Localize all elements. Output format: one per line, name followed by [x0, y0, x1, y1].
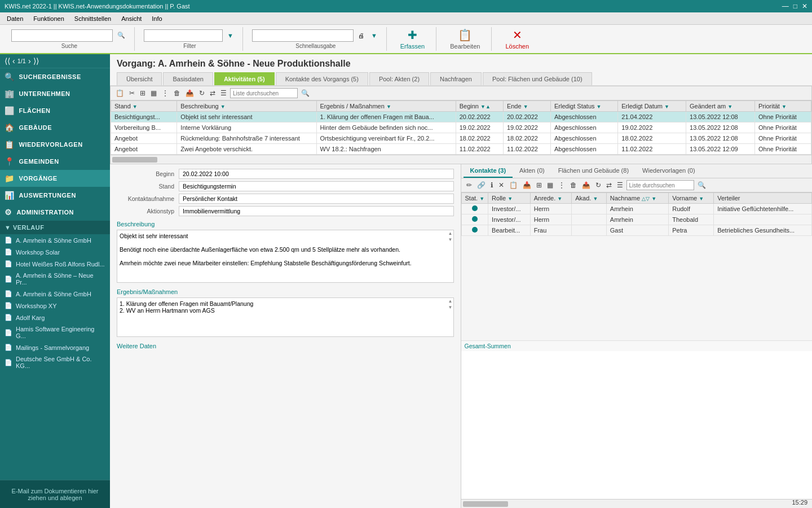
nav-last-button[interactable]: ⟩⟩	[33, 56, 39, 65]
col-akad[interactable]: Akad. ▼	[572, 193, 607, 204]
tab-pool-akten[interactable]: Pool: Akten (2)	[369, 72, 429, 85]
activities-search-input[interactable]	[230, 88, 298, 98]
tb-refresh-icon[interactable]: ↻	[197, 89, 206, 98]
activity-row-3[interactable]: Angebot Rückmeldung: Bahnhofstraße 7 int…	[111, 133, 811, 144]
col-geandert[interactable]: Geändert am ▼	[686, 101, 755, 112]
nav-next-button[interactable]: ›	[28, 56, 31, 65]
minimize-button[interactable]: —	[782, 2, 789, 10]
ct-export-icon[interactable]: 📤	[580, 181, 592, 190]
col-nachname[interactable]: Nachname △▽ ▼	[606, 193, 668, 204]
maximize-button[interactable]: □	[793, 2, 797, 10]
tb-grid-icon[interactable]: ⊞	[138, 89, 147, 98]
verlauf-item-7[interactable]: 📄 Adolf Karg	[0, 312, 110, 323]
quick-dropdown-button[interactable]: ▼	[369, 31, 379, 40]
tb-export-icon[interactable]: 📤	[184, 89, 196, 98]
col-verteiler[interactable]: Verteiler	[714, 193, 812, 204]
contact-row-3[interactable]: Bearbeit... Frau Gast Petra Betriebliche…	[461, 225, 812, 236]
activities-table-scroll[interactable]: Stand ▼ Beschreibung ▼ Ergebnis / Maßnah…	[111, 100, 811, 155]
col-erledigt-datum[interactable]: Erledigt Datum ▼	[618, 101, 686, 112]
tab-aktivitaten[interactable]: Aktivitäten (5)	[214, 72, 275, 85]
rtab-flachen[interactable]: Flächen und Gebäude (8)	[551, 164, 636, 178]
sidebar-item-flachen[interactable]: ⬜ FLÄCHEN	[0, 102, 110, 119]
contact-row-1[interactable]: Investor/... Herrn Amrhein Rudolf Initia…	[461, 204, 812, 214]
contacts-scrollbar[interactable]	[461, 499, 813, 508]
search-input[interactable]	[11, 29, 113, 42]
col-ergebnis[interactable]: Ergebnis / Maßnahmen ▼	[316, 101, 456, 112]
menu-daten[interactable]: Daten	[2, 14, 28, 23]
rtab-kontakte[interactable]: Kontakte (3)	[464, 164, 513, 178]
col-ende[interactable]: Ende ▼	[503, 101, 550, 112]
sidebar-item-auswertungen[interactable]: 📊 AUSWERTUNGEN	[0, 187, 110, 204]
sidebar-item-unternehmen[interactable]: 🏢 UNTERNEHMEN	[0, 85, 110, 102]
sidebar-item-wiedervorlagen[interactable]: 📋 WIEDERVORLAGEN	[0, 136, 110, 153]
ct-copy-icon[interactable]: 📋	[508, 181, 519, 190]
verlauf-header[interactable]: ▼ VERLAUF	[0, 221, 110, 234]
ct-info-icon[interactable]: ℹ	[489, 181, 495, 190]
sidebar-item-gebaude[interactable]: 🏠 GEBÄUDE	[0, 119, 110, 136]
tb-menu-icon[interactable]: ☰	[219, 89, 228, 98]
verlauf-item-1[interactable]: 📄 A. Amrhein & Söhne GmbH	[0, 234, 110, 246]
ct-menu-icon[interactable]: ☰	[615, 181, 625, 190]
ergebnis-textarea[interactable]: 1. Klärung der offenen Fragen mit Bauamt…	[117, 297, 454, 337]
verlauf-item-8[interactable]: 📄 Hamis Software Engineering G...	[0, 323, 110, 341]
verlauf-item-10[interactable]: 📄 Deutsche See GmbH & Co. KG...	[0, 353, 110, 371]
sidebar-item-gemeinden[interactable]: 📍 GEMEINDEN	[0, 153, 110, 170]
tb-sync-icon[interactable]: ⇄	[208, 89, 217, 98]
col-stat[interactable]: Stat. ▼	[461, 193, 488, 204]
nav-prev-button[interactable]: ‹	[12, 56, 15, 65]
tab-ubersicht[interactable]: Übersicht	[117, 72, 162, 85]
menu-ansicht[interactable]: Ansicht	[117, 14, 146, 23]
menu-funktionen[interactable]: Funktionen	[29, 14, 68, 23]
tab-pool-flachen[interactable]: Pool: Flächen und Gebäude (10)	[483, 72, 592, 85]
rtab-akten[interactable]: Akten (0)	[513, 164, 551, 178]
col-vorname[interactable]: Vorname ▼	[669, 193, 714, 204]
verlauf-item-9[interactable]: 📄 Mailings - Sammelvorgang	[0, 341, 110, 353]
menu-schnittstellen[interactable]: Schnittstellen	[70, 14, 116, 23]
col-prioritat[interactable]: Priorität ▼	[754, 101, 811, 112]
col-stand[interactable]: Stand ▼	[111, 101, 177, 112]
tb-cut-icon[interactable]: ✂	[127, 89, 136, 98]
contacts-search-input[interactable]	[626, 180, 694, 190]
menu-info[interactable]: Info	[147, 14, 166, 23]
ct-edit-icon[interactable]: ✏	[465, 181, 474, 190]
email-drop-zone[interactable]: E-Mail zum Dokumentieren hier ziehen und…	[0, 480, 110, 508]
tab-basisdaten[interactable]: Basisdaten	[163, 72, 213, 85]
sidebar-item-suchergebnisse[interactable]: 🔍 SUCHERGEBNISSE	[0, 68, 110, 85]
verlauf-item-5[interactable]: 📄 A. Amrhein & Söhne GmbH	[0, 288, 110, 300]
ct-grid-icon[interactable]: ⊞	[535, 181, 544, 190]
sidebar-item-administration[interactable]: ⚙ ADMINISTRATION	[0, 204, 110, 221]
sidebar-item-vorgange[interactable]: 📁 VORGÄNGE	[0, 170, 110, 187]
activities-scrollbar[interactable]	[111, 155, 811, 164]
ct-link-icon[interactable]: 🔗	[475, 181, 487, 190]
ct-col-icon[interactable]: ▦	[545, 181, 555, 190]
col-beginn[interactable]: Beginn ▼▲	[456, 101, 503, 112]
tab-kontakte[interactable]: Kontakte des Vorgangs (5)	[276, 72, 368, 85]
activities-search-button[interactable]: 🔍	[299, 89, 311, 98]
verlauf-item-4[interactable]: 📄 A. Amrhein & Söhne – Neue Pr...	[0, 270, 110, 288]
quick-print-button[interactable]: 🖨	[356, 31, 367, 40]
search-button[interactable]: 🔍	[115, 30, 127, 40]
ct-filter-icon[interactable]: ⋮	[557, 181, 567, 190]
edit-button[interactable]: 📋 Bearbeiten	[445, 27, 484, 51]
col-status[interactable]: Erledigt Status ▼	[551, 101, 618, 112]
tab-nachfragen[interactable]: Nachfragen	[430, 72, 482, 85]
rtab-wiedervorlagen[interactable]: Wiedervorlagen (0)	[636, 164, 702, 178]
quick-input[interactable]	[252, 29, 354, 42]
add-button[interactable]: ✚ Erfassen	[396, 27, 429, 51]
verlauf-item-3[interactable]: 📄 Hotel Weißes Roß Alfons Rudl...	[0, 258, 110, 270]
tb-filter-icon[interactable]: ▦	[149, 89, 158, 98]
contacts-search-button[interactable]: 🔍	[696, 181, 708, 190]
ct-delete-icon[interactable]: ✕	[497, 181, 506, 190]
close-button[interactable]: ✕	[802, 2, 807, 10]
filter-input[interactable]	[144, 29, 223, 42]
ct-sync-icon[interactable]: ⇄	[604, 181, 614, 190]
nav-first-button[interactable]: ⟨⟨	[5, 56, 10, 65]
ct-paste-icon[interactable]: 📥	[521, 181, 533, 190]
activity-row-2[interactable]: Vorbereitung B... Interne Vorklärung Hin…	[111, 122, 811, 133]
activity-row-4[interactable]: Angebot Zwei Angebote verschickt. WV 18.…	[111, 144, 811, 155]
col-rolle[interactable]: Rolle ▼	[488, 193, 531, 204]
contacts-table-scroll[interactable]: Stat. ▼ Rolle ▼ Anrede. ▼ Akad. ▼ Nachna…	[461, 192, 813, 340]
delete-button[interactable]: ✕ Löschen	[501, 27, 533, 51]
filter-button[interactable]: ▼	[225, 31, 236, 40]
tb-col-icon[interactable]: ⋮	[160, 89, 170, 98]
